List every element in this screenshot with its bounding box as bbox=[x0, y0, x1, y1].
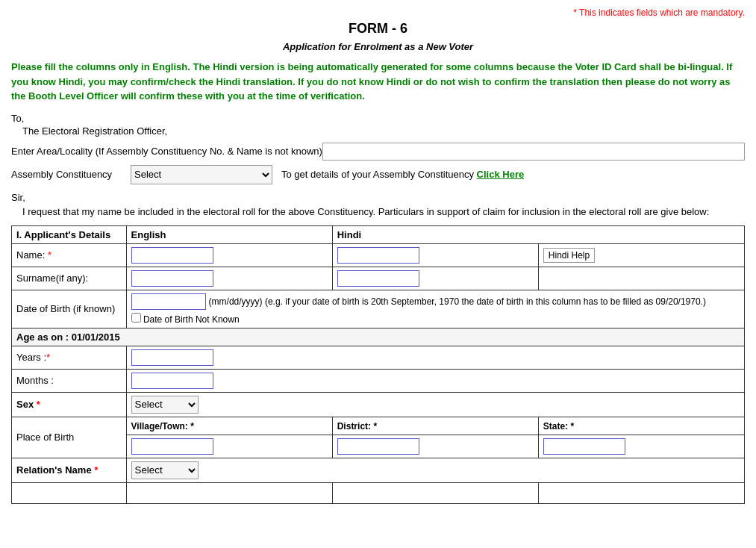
sex-row: Sex * Select Male Female Other bbox=[12, 392, 745, 417]
district-label: District: * bbox=[332, 417, 538, 435]
years-input-cell bbox=[126, 346, 744, 369]
bottom-col3 bbox=[332, 482, 538, 503]
dob-input-cell: (mm/dd/yyyy) (e.g. if your date of birth… bbox=[126, 290, 744, 328]
mandatory-note: * This indicates fields which are mandat… bbox=[11, 7, 745, 18]
dob-unknown-row: Date of Birth Not Known bbox=[131, 313, 740, 325]
surname-hindi-input[interactable] bbox=[337, 270, 419, 287]
years-label: Years :* bbox=[12, 346, 127, 369]
months-row: Months : bbox=[12, 369, 745, 392]
english-col-header: English bbox=[126, 225, 332, 243]
relation-required-star: * bbox=[94, 464, 98, 476]
hindi-help-button[interactable]: Hindi Help bbox=[543, 248, 595, 263]
years-row: Years :* bbox=[12, 346, 745, 369]
area-field-row: Enter Area/Locality (If Assembly Constit… bbox=[11, 143, 745, 161]
area-label: Enter Area/Locality (If Assembly Constit… bbox=[11, 146, 322, 157]
assembly-info: To get details of your Assembly Constitu… bbox=[281, 169, 524, 180]
dob-unknown-label: Date of Birth Not Known bbox=[143, 314, 240, 325]
sex-label: Sex * bbox=[12, 392, 127, 417]
bottom-col1 bbox=[12, 482, 127, 503]
sex-required-star: * bbox=[37, 399, 40, 410]
bottom-placeholder-row bbox=[12, 482, 745, 503]
relation-row: Relation's Name * Select Father Mother H… bbox=[12, 458, 745, 482]
surname-hindi-cell bbox=[332, 267, 538, 290]
months-input[interactable] bbox=[131, 373, 213, 389]
assembly-row: Assembly Constituency Select To get deta… bbox=[11, 165, 745, 184]
relation-select[interactable]: Select Father Mother Husband Other bbox=[131, 461, 199, 479]
section-header-label: I. Applicant's Details bbox=[12, 225, 127, 243]
name-english-input[interactable] bbox=[131, 247, 213, 264]
dob-input[interactable] bbox=[131, 293, 206, 310]
section-header-row: I. Applicant's Details English Hindi bbox=[12, 225, 745, 243]
state-label: State: * bbox=[538, 417, 744, 435]
sir-section: Sir, I request that my name be included … bbox=[11, 190, 745, 219]
to-label: To, bbox=[11, 113, 745, 124]
form-subtitle: Application for Enrolment as a New Voter bbox=[11, 41, 745, 52]
sex-select-cell: Select Male Female Other bbox=[126, 392, 744, 417]
surname-english-cell bbox=[126, 267, 332, 290]
name-required-star: * bbox=[48, 249, 51, 261]
place-birth-label: Place of Birth bbox=[12, 417, 127, 458]
surname-english-input[interactable] bbox=[131, 270, 213, 287]
village-label: Village/Town: * bbox=[126, 417, 332, 435]
dob-label-cell: Date of Birth (if known) bbox=[12, 290, 127, 328]
years-input[interactable] bbox=[131, 349, 213, 366]
village-input-cell bbox=[126, 435, 332, 458]
instruction-text: Please fill the columns only in English.… bbox=[11, 60, 745, 104]
bottom-col2 bbox=[126, 482, 332, 503]
applicant-details-table: I. Applicant's Details English Hindi Nam… bbox=[11, 225, 745, 504]
months-label: Months : bbox=[12, 369, 127, 392]
years-required-star: * bbox=[46, 352, 50, 363]
click-here-link[interactable]: Click Here bbox=[477, 169, 525, 180]
district-input-cell bbox=[332, 435, 538, 458]
relation-select-cell: Select Father Mother Husband Other bbox=[126, 458, 744, 482]
surname-empty-cell bbox=[538, 267, 744, 290]
place-birth-row: Place of Birth Village/Town: * District:… bbox=[12, 417, 745, 435]
dob-unknown-checkbox[interactable] bbox=[131, 313, 141, 323]
relation-label: Relation's Name * bbox=[12, 458, 127, 482]
bottom-col4 bbox=[538, 482, 744, 503]
assembly-select[interactable]: Select bbox=[131, 165, 272, 184]
village-input[interactable] bbox=[131, 438, 213, 455]
age-header-row: Age as on : 01/01/2015 bbox=[12, 328, 745, 346]
name-label: Name: * bbox=[12, 243, 127, 267]
age-header-cell: Age as on : 01/01/2015 bbox=[12, 328, 745, 346]
hindi-help-cell: Hindi Help bbox=[538, 243, 744, 267]
officer-label: The Electoral Registration Officer, bbox=[22, 125, 745, 137]
surname-row: Surname(if any): bbox=[12, 267, 745, 290]
months-input-cell bbox=[126, 369, 744, 392]
name-hindi-input[interactable] bbox=[337, 247, 419, 264]
name-row: Name: * Hindi Help bbox=[12, 243, 745, 267]
district-input[interactable] bbox=[337, 438, 419, 455]
hindi-col-header: Hindi bbox=[332, 225, 744, 243]
state-input-cell bbox=[538, 435, 744, 458]
name-english-cell bbox=[126, 243, 332, 267]
name-hindi-cell bbox=[332, 243, 538, 267]
sex-select[interactable]: Select Male Female Other bbox=[131, 396, 199, 414]
form-title: FORM - 6 bbox=[11, 21, 745, 37]
assembly-label: Assembly Constituency bbox=[11, 169, 131, 180]
state-input[interactable] bbox=[543, 438, 625, 455]
surname-label: Surname(if any): bbox=[12, 267, 127, 290]
dob-row: Date of Birth (if known) (mm/dd/yyyy) (e… bbox=[12, 290, 745, 328]
dob-format-note: (mm/dd/yyyy) (e.g. if your date of birth… bbox=[209, 296, 706, 307]
area-input[interactable] bbox=[322, 143, 745, 161]
